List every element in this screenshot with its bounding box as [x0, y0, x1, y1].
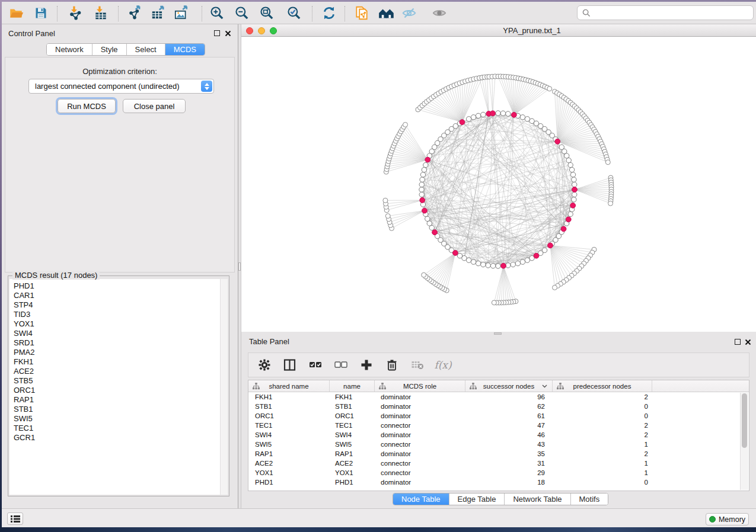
memory-button[interactable]: Memory: [706, 513, 749, 525]
run-mcds-button[interactable]: Run MCDS: [58, 99, 116, 113]
table-row[interactable]: SWI5SWI5connector431: [248, 440, 741, 449]
network-titlebar[interactable]: YPA_prune.txt_1: [241, 24, 756, 37]
first-neighbors-icon[interactable]: [377, 4, 396, 22]
export-image-icon[interactable]: [171, 4, 190, 22]
table-scrollbar[interactable]: [740, 393, 748, 490]
close-panel-icon[interactable]: [225, 30, 231, 37]
tab-style[interactable]: Style: [92, 44, 127, 55]
column-header-successor-nodes[interactable]: successor nodes: [465, 380, 553, 392]
minimize-window-icon[interactable]: [258, 27, 265, 34]
table-body: FKH1FKH1dominator962STB1STB1dominator620…: [248, 392, 741, 491]
table-cell: YOX1: [248, 469, 330, 476]
mcds-list-item[interactable]: STP4: [9, 300, 220, 310]
table-row[interactable]: STB1STB1dominator620: [248, 402, 741, 411]
clear-table-icon[interactable]: [410, 357, 425, 373]
zoom-fit-icon[interactable]: [257, 4, 276, 22]
float-panel-icon[interactable]: [214, 30, 220, 36]
zoom-in-icon[interactable]: [208, 4, 227, 22]
table-row[interactable]: ACE2ACE2connector311: [248, 459, 741, 468]
tab-edge-table[interactable]: Edge Table: [449, 493, 505, 505]
select-all-icon[interactable]: [308, 357, 323, 373]
tab-motifs[interactable]: Motifs: [571, 493, 608, 505]
function-builder-icon[interactable]: f(x): [435, 357, 451, 373]
zoom-selected-icon[interactable]: [285, 4, 304, 22]
function-builder-label: f(x): [434, 359, 451, 371]
mcds-list-item[interactable]: RAP1: [9, 395, 220, 405]
tab-node-table[interactable]: Node Table: [393, 493, 449, 505]
save-session-icon[interactable]: [31, 4, 50, 22]
table-row[interactable]: ORC1ORC1dominator610: [248, 411, 741, 421]
column-header-mcds-role[interactable]: MCDS role: [375, 380, 465, 392]
mcds-list-item[interactable]: ORC1: [9, 386, 220, 395]
table-cell: 2: [553, 422, 652, 429]
table-row[interactable]: PHD1PHD1dominator180: [248, 477, 741, 487]
export-network-icon[interactable]: [125, 4, 144, 22]
search-icon: [582, 9, 591, 17]
network-graph[interactable]: [241, 37, 756, 332]
splitter-grip[interactable]: [494, 332, 502, 335]
column-header-name[interactable]: name: [330, 380, 375, 392]
show-columns-icon[interactable]: [282, 357, 298, 373]
table-row[interactable]: TEC1TEC1connector472: [248, 421, 741, 430]
maximize-window-icon[interactable]: [270, 27, 277, 34]
tab-network-table[interactable]: Network Table: [505, 493, 570, 505]
table-cell: 31: [465, 460, 553, 467]
mcds-list-item[interactable]: GCR1: [9, 433, 220, 443]
mcds-list-item[interactable]: ACE2: [9, 367, 220, 376]
tab-select[interactable]: Select: [127, 44, 165, 55]
import-table-icon[interactable]: [91, 4, 110, 22]
mcds-list-item[interactable]: CAR1: [9, 291, 220, 300]
network-canvas[interactable]: [241, 37, 756, 332]
table-tabs: Node Table Edge Table Network Table Moti…: [393, 493, 608, 505]
mcds-list-item[interactable]: SWI4: [9, 329, 220, 338]
table-row[interactable]: RAP1RAP1dominator352: [248, 449, 741, 459]
clone-network-icon[interactable]: [352, 4, 371, 22]
table-row[interactable]: SWI4SWI4dominator462: [248, 430, 741, 440]
mcds-result-list[interactable]: PHD1CAR1STP4TID3YOX1SWI4SRD1PMA2FKH1ACE2…: [9, 279, 220, 495]
table-cell: 35: [465, 450, 553, 457]
refresh-layout-icon[interactable]: [320, 4, 339, 22]
mcds-list-item[interactable]: STB1: [9, 405, 220, 414]
export-table-icon[interactable]: [148, 4, 167, 22]
mcds-list-item[interactable]: SRD1: [9, 338, 220, 348]
table-cell: dominator: [375, 479, 465, 486]
table-row[interactable]: FKH1FKH1dominator962: [248, 392, 741, 402]
task-history-button[interactable]: [7, 512, 23, 525]
mcds-list-item[interactable]: TID3: [9, 310, 220, 319]
column-header-shared-name[interactable]: shared name: [248, 380, 330, 392]
splitter-grip[interactable]: [238, 262, 241, 271]
add-row-icon[interactable]: [359, 357, 374, 373]
close-panel-icon[interactable]: [745, 339, 751, 345]
table-cell: TEC1: [248, 422, 330, 429]
table-scrollbar-thumb[interactable]: [742, 393, 747, 448]
table-settings-icon[interactable]: [257, 357, 272, 373]
zoom-out-icon[interactable]: [232, 4, 251, 22]
search-box[interactable]: [577, 5, 754, 20]
hide-panel-icon[interactable]: [400, 4, 419, 22]
open-file-icon[interactable]: [7, 4, 25, 22]
column-header-predecessor-nodes[interactable]: predecessor nodes: [553, 380, 652, 392]
tab-mcds[interactable]: MCDS: [165, 44, 205, 55]
show-panel-icon[interactable]: [430, 4, 449, 22]
control-panel: Control Panel Network Style Select MCDS …: [2, 24, 238, 508]
criterion-dropdown[interactable]: largest connected component (undirected): [28, 79, 214, 94]
search-input[interactable]: [591, 8, 739, 17]
mcds-list-scrollbar[interactable]: [220, 279, 228, 495]
dropdown-stepper-icon: [201, 81, 212, 92]
mcds-list-item[interactable]: FKH1: [9, 357, 220, 367]
table-row[interactable]: YOX1YOX1connector291: [248, 468, 741, 477]
mcds-list-item[interactable]: SWI5: [9, 414, 220, 424]
unselect-all-icon[interactable]: [333, 357, 349, 373]
close-panel-button[interactable]: Close panel: [123, 99, 186, 113]
tab-network[interactable]: Network: [47, 44, 92, 55]
mcds-list-item[interactable]: PHD1: [9, 281, 220, 291]
table-cell: 0: [553, 403, 652, 410]
mcds-list-item[interactable]: PMA2: [9, 348, 220, 357]
delete-rows-icon[interactable]: [384, 357, 400, 373]
mcds-list-item[interactable]: YOX1: [9, 319, 220, 329]
close-window-icon[interactable]: [246, 27, 253, 34]
mcds-list-item[interactable]: TEC1: [9, 424, 220, 433]
mcds-list-item[interactable]: STB5: [9, 376, 220, 386]
import-network-icon[interactable]: [66, 4, 85, 22]
float-panel-icon[interactable]: [735, 339, 741, 345]
